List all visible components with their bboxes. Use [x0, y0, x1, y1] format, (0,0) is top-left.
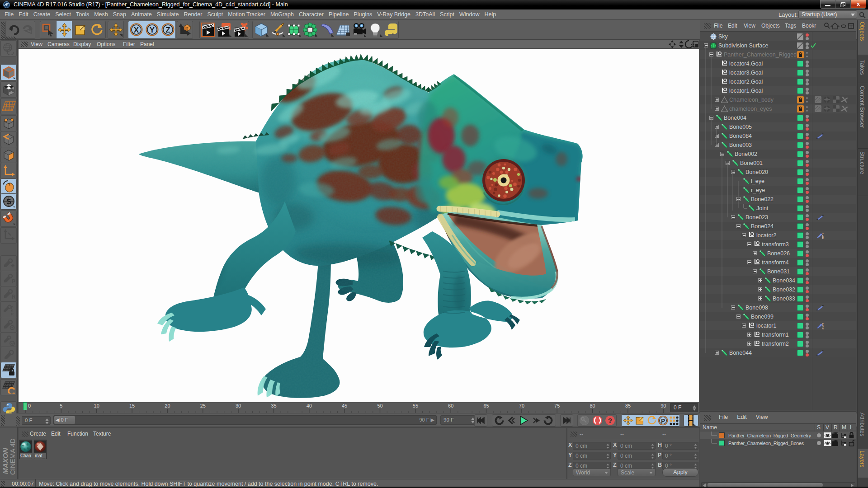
svg-text:S: S [6, 198, 11, 206]
svg-text:45: 45 [342, 403, 347, 408]
svg-text:85: 85 [625, 403, 631, 408]
svg-text:P: P [661, 418, 665, 424]
svg-text:20: 20 [165, 403, 170, 408]
svg-text:Y: Y [150, 26, 155, 34]
svg-text:50: 50 [377, 403, 382, 408]
svg-text:R: R [12, 294, 15, 300]
svg-text:60: 60 [448, 403, 453, 408]
svg-text:P: P [12, 278, 15, 285]
svg-text:Z: Z [165, 26, 170, 34]
svg-text:35: 35 [271, 403, 276, 408]
svg-text:15: 15 [129, 403, 135, 408]
svg-text:5: 5 [60, 403, 62, 408]
svg-text:80: 80 [590, 403, 595, 408]
svg-text:90: 90 [660, 403, 666, 408]
svg-text:40: 40 [307, 403, 312, 408]
svg-text:70: 70 [519, 403, 524, 408]
svg-text:25: 25 [200, 403, 206, 408]
svg-text:10: 10 [94, 403, 99, 408]
svg-text:30: 30 [236, 403, 241, 408]
svg-text:75: 75 [554, 403, 560, 408]
svg-text:55: 55 [413, 403, 418, 408]
svg-text:R: R [11, 312, 14, 316]
svg-text:65: 65 [483, 403, 489, 408]
svg-text:?: ? [608, 417, 612, 424]
svg-text:X: X [134, 26, 139, 34]
